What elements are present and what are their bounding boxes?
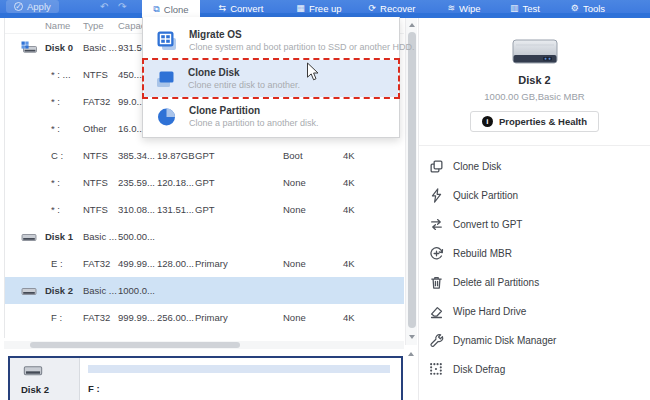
scrollbar-thumb[interactable] (408, 32, 416, 328)
action-label: Quick Partition (453, 190, 518, 201)
cell-style: GPT (195, 150, 215, 161)
action-label: Dynamic Disk Manager (453, 335, 556, 346)
cell-style: GPT (195, 177, 215, 188)
tab-free-up[interactable]: ▦Free up (283, 0, 355, 17)
cell-capacity: 999.99... (118, 312, 155, 323)
table-row-[interactable]: * :NTFS235.59...120.18...GPTNone4K (5, 169, 404, 196)
sidebar-action-disk-defrag[interactable]: Disk Defrag (419, 355, 650, 384)
column-header-type[interactable]: Type (83, 20, 104, 31)
vertical-scrollbar[interactable] (405, 18, 417, 345)
sidebar-action-wipe-hard-drive[interactable]: Wipe Hard Drive (419, 297, 650, 326)
action-label: Clone Disk (453, 161, 501, 172)
tab-label: Clone (164, 4, 189, 15)
table-row-[interactable]: * :NTFS310.08...131.51...GPTNone4K (5, 196, 404, 223)
tab-test[interactable]: ▥Test (498, 0, 552, 17)
dynamic-disk-icon (429, 333, 444, 348)
partition-capacity-bar[interactable] (88, 365, 390, 373)
menu-item-migrate-os[interactable]: Migrate OS Clone system and boot partiti… (145, 22, 397, 59)
clone-disk-menu-icon (155, 68, 177, 90)
cell-free: 256.00... (157, 312, 194, 323)
cell-sector: 4K (343, 150, 355, 161)
sidebar-action-convert-to-gpt[interactable]: Convert to GPT (419, 210, 650, 239)
cell-type: NTFS (83, 204, 108, 215)
tab-label: Convert (230, 3, 263, 14)
tab-tools[interactable]: ⚙Tools (560, 0, 616, 17)
cell-style: Primary (195, 312, 228, 323)
sidebar: Disk 2 1000.00 GB,Basic MBR Properties &… (418, 18, 650, 400)
sidebar-action-quick-partition[interactable]: Quick Partition (419, 181, 650, 210)
cell-type: Basic ... (83, 42, 117, 53)
scroll-down-icon[interactable] (409, 335, 415, 339)
menu-item-desc: Clone entire disk to another. (188, 80, 300, 90)
cell-style: Primary (195, 258, 228, 269)
cell-type: Other (83, 123, 107, 134)
tab-convert[interactable]: ⇆Convert (205, 0, 277, 17)
menu-item-clone-partition[interactable]: Clone Partition Clone a partition to ano… (145, 98, 397, 135)
apply-label: Apply (27, 1, 51, 12)
cell-name: Disk 2 (45, 285, 73, 296)
cell-sector: 4K (343, 204, 355, 215)
cell-name: * : ... (51, 69, 71, 80)
cell-type: FAT32 (83, 312, 110, 323)
table-row-f[interactable]: F :FAT32999.99...256.00...PrimaryNone4K (5, 304, 404, 331)
sidebar-disk-name: Disk 2 (419, 74, 650, 86)
table-row-disk1[interactable]: Disk 1Basic ...500.00... (5, 223, 404, 250)
tab-label: Free up (309, 3, 342, 14)
tab-clone[interactable]: ⧉Clone (142, 0, 200, 18)
cell-capacity: 500.00... (118, 231, 155, 242)
cell-sector: 4K (343, 177, 355, 188)
cell-free: 128.00... (157, 258, 194, 269)
preview-partition-label[interactable]: F : (88, 383, 100, 394)
disk2-preview-panel: Disk 2 F : (8, 356, 403, 400)
mouse-cursor-icon (306, 62, 319, 86)
wipe-icon: ≋ (447, 4, 455, 13)
sidebar-action-dynamic-disk-manager[interactable]: Dynamic Disk Manager (419, 326, 650, 355)
tab-recover[interactable]: ⟳Recover (355, 0, 429, 17)
scrollbar-thumb[interactable] (30, 342, 240, 348)
preview-scroll-up[interactable] (405, 348, 417, 360)
preview-disk-cell[interactable]: Disk 2 (10, 358, 80, 400)
convert-icon: ⇆ (219, 4, 227, 13)
cell-capacity: 1000.0... (118, 285, 155, 296)
table-row-e[interactable]: E :FAT32499.99...128.00...PrimaryNone4K (5, 250, 404, 277)
cell-sector: 4K (343, 312, 355, 323)
horizontal-scrollbar[interactable] (4, 341, 404, 349)
recover-icon: ⟳ (369, 4, 377, 13)
cell-status: None (283, 177, 306, 188)
cell-style: GPT (195, 204, 215, 215)
redo-icon[interactable]: ↷ (118, 0, 126, 13)
delete-partitions-icon (429, 275, 444, 290)
menu-item-desc: Clone a partition to another disk. (189, 118, 319, 128)
cell-type: Basic ... (83, 285, 117, 296)
cell-name: * : (51, 96, 60, 107)
cell-type: NTFS (83, 177, 108, 188)
cell-type: NTFS (83, 69, 108, 80)
scroll-up-icon[interactable] (409, 23, 415, 27)
preview-disk-label: Disk 2 (21, 384, 49, 395)
rebuild-mbr-icon (429, 246, 444, 261)
undo-icon[interactable]: ↶ (100, 0, 108, 13)
table-row-disk2[interactable]: Disk 2Basic ...1000.0... (5, 277, 404, 304)
system-disk-icon (21, 41, 37, 56)
properties-health-button[interactable]: Properties & Health (470, 111, 599, 132)
sidebar-action-clone-disk[interactable]: Clone Disk (419, 152, 650, 181)
table-row-c[interactable]: C :NTFS385.34...19.87GBGPTBoot4K (5, 142, 404, 169)
convert-gpt-icon (429, 217, 444, 232)
apply-button[interactable]: ✓ Apply (6, 0, 59, 13)
tab-label: Test (523, 3, 540, 14)
sidebar-action-rebuild-mbr[interactable]: Rebuild MBR (419, 239, 650, 268)
disk-icon (22, 362, 44, 382)
tab-label: Tools (583, 3, 605, 14)
action-label: Wipe Hard Drive (453, 306, 526, 317)
cell-capacity: 385.34... (118, 150, 155, 161)
disk-manager-window: ✓ Apply ↶ ↷ ⧉Clone⇆Convert▦Free up⟳Recov… (0, 0, 650, 400)
cell-name: C : (51, 150, 63, 161)
cell-free: 131.51... (157, 204, 194, 215)
column-header-name[interactable]: Name (45, 20, 70, 31)
cell-name: * : (51, 123, 60, 134)
tab-wipe[interactable]: ≋Wipe (437, 0, 491, 17)
menu-item-clone-disk[interactable]: Clone Disk Clone entire disk to another. (144, 60, 398, 97)
sidebar-action-delete-all-partitions[interactable]: Delete all Partitions (419, 268, 650, 297)
menu-item-title: Migrate OS (189, 29, 415, 40)
cell-capacity: 450... (118, 69, 142, 80)
